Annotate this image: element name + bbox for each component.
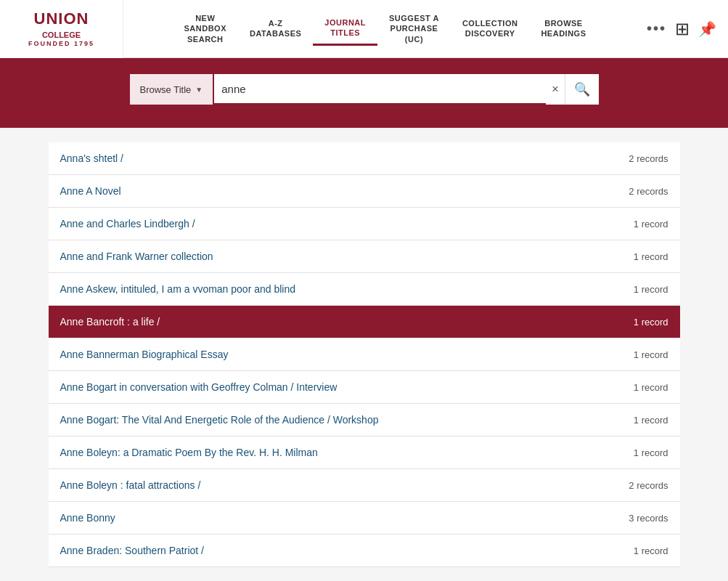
nav-item-browse-headings[interactable]: BROWSEHEADINGS <box>529 12 597 45</box>
result-title: Anne Boleyn : fatal attractions / <box>60 479 201 491</box>
result-count: 1 record <box>634 415 668 426</box>
browse-title-dropdown-arrow: ▼ <box>195 86 203 94</box>
result-title: Anne and Frank Warner collection <box>60 251 213 262</box>
result-count: 1 record <box>634 251 668 262</box>
result-count: 2 records <box>629 186 668 197</box>
result-count: 1 record <box>634 219 668 229</box>
search-submit-button[interactable]: 🔍 <box>565 74 599 105</box>
logo[interactable]: UNION COLLEGE FOUNDED 1795 <box>0 0 123 58</box>
result-count: 1 record <box>634 545 668 556</box>
table-row[interactable]: Anne Bonny3 records <box>49 502 680 535</box>
main-nav: NEWSANDBOXSEARCHA-ZDATABASESJOURNALTITLE… <box>123 7 647 50</box>
search-input[interactable] <box>214 74 546 105</box>
qr-icon[interactable]: ⊞ <box>675 19 690 39</box>
table-row[interactable]: Anna's shtetl /2 records <box>49 142 680 175</box>
result-title: Anne Bogart in conversation with Geoffre… <box>60 381 338 393</box>
table-row[interactable]: Anne Bogart: The Vital And Energetic Rol… <box>49 404 680 436</box>
nav-item-a-z-databases[interactable]: A-ZDATABASES <box>238 12 313 45</box>
result-count: 2 records <box>629 153 668 164</box>
header: UNION COLLEGE FOUNDED 1795 NEWSANDBOXSEA… <box>0 0 728 58</box>
table-row[interactable]: Anne A Novel2 records <box>49 175 680 208</box>
nav-item-collection-discovery[interactable]: COLLECTIONDISCOVERY <box>451 12 530 45</box>
table-row[interactable]: Anne Bancroft : a life /1 record <box>49 306 680 338</box>
table-row[interactable]: Anne Boleyn : fatal attractions /2 recor… <box>49 469 680 502</box>
search-box: Browse Title ▼ × 🔍 <box>128 73 600 106</box>
results-area: Anna's shtetl /2 recordsAnne A Novel2 re… <box>49 142 680 567</box>
logo-college: COLLEGE <box>28 30 94 40</box>
result-title: Anne Bancroft : a life / <box>60 316 160 328</box>
more-options-button[interactable]: ••• <box>647 20 666 37</box>
logo-union: UNION <box>28 9 94 30</box>
nav-right: ••• ⊞ 📌 <box>647 19 728 39</box>
table-row[interactable]: Anne and Charles Lindbergh /1 record <box>49 208 680 240</box>
result-count: 2 records <box>629 480 668 491</box>
table-row[interactable]: Anne Askew, intituled, I am a vvoman poo… <box>49 273 680 306</box>
result-title: Anna's shtetl / <box>60 153 124 164</box>
result-count: 1 record <box>634 284 668 295</box>
nav-item-new-sandbox-search[interactable]: NEWSANDBOXSEARCH <box>173 7 239 50</box>
table-row[interactable]: Anne and Frank Warner collection1 record <box>49 240 680 273</box>
result-count: 1 record <box>634 447 668 458</box>
result-title: Anne Bonny <box>60 512 115 524</box>
result-title: Anne Askew, intituled, I am a vvoman poo… <box>60 283 296 295</box>
nav-item-suggest-purchase[interactable]: SUGGEST APURCHASE(UC) <box>377 7 451 50</box>
logo-founded: FOUNDED 1795 <box>28 40 94 49</box>
table-row[interactable]: Anne Bogart in conversation with Geoffre… <box>49 371 680 404</box>
result-count: 1 record <box>634 349 668 360</box>
result-count: 1 record <box>634 317 668 328</box>
result-title: Anne Braden: Southern Patriot / <box>60 545 204 556</box>
result-title: Anne A Novel <box>60 185 121 197</box>
result-title: Anne and Charles Lindbergh / <box>60 218 195 229</box>
result-count: 1 record <box>634 382 668 393</box>
search-icon: 🔍 <box>574 82 590 97</box>
result-title: Anne Boleyn: a Dramatic Poem By the Rev.… <box>60 447 318 458</box>
browse-title-label: Browse Title <box>140 84 192 95</box>
result-count: 3 records <box>629 513 668 524</box>
browse-title-button[interactable]: Browse Title ▼ <box>130 74 215 105</box>
result-title: Anne Bannerman Biographical Essay <box>60 349 229 360</box>
table-row[interactable]: Anne Braden: Southern Patriot /1 record <box>49 535 680 567</box>
table-row[interactable]: Anne Bannerman Biographical Essay1 recor… <box>49 338 680 371</box>
clear-search-button[interactable]: × <box>546 83 564 96</box>
nav-item-journal-titles[interactable]: JOURNALTITLES <box>313 12 377 46</box>
search-area: Browse Title ▼ × 🔍 <box>0 58 728 128</box>
table-row[interactable]: Anne Boleyn: a Dramatic Poem By the Rev.… <box>49 436 680 469</box>
result-title: Anne Bogart: The Vital And Energetic Rol… <box>60 414 379 426</box>
pin-icon[interactable]: 📌 <box>698 20 716 38</box>
